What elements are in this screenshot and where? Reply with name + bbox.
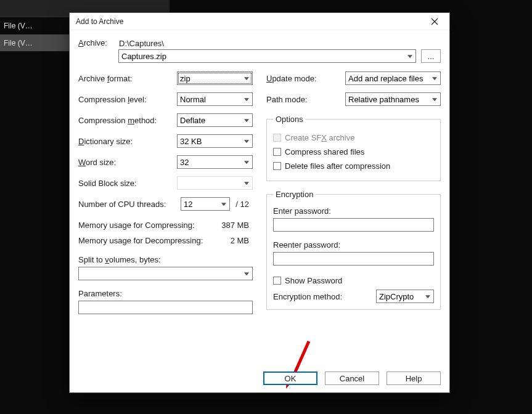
- options-group: Options Create SFX archive Compress shar…: [266, 115, 441, 181]
- solid-block-label: Solid Block size:: [78, 179, 177, 188]
- annotation-arrow: [284, 338, 315, 394]
- delete-after-label: Delete files after compression: [285, 161, 390, 171]
- archive-format-select[interactable]: zip: [177, 71, 253, 85]
- compression-method-select[interactable]: Deflate: [177, 113, 253, 127]
- ok-button[interactable]: OK: [263, 371, 317, 385]
- browse-button[interactable]: ...: [421, 49, 441, 63]
- compression-level-select[interactable]: Normal: [177, 92, 253, 106]
- path-mode-select[interactable]: Relative pathnames: [345, 92, 441, 106]
- path-mode-label: Path mode:: [266, 95, 345, 104]
- cpu-threads-total: / 12: [234, 200, 253, 209]
- word-size-select[interactable]: 32: [177, 155, 253, 169]
- split-volumes-input[interactable]: [78, 267, 253, 280]
- archive-format-label: Archive format:: [78, 74, 177, 83]
- enter-password-input[interactable]: [273, 218, 434, 232]
- create-sfx-checkbox: [273, 134, 281, 142]
- right-column: Update mode: Add and replace files Path …: [266, 71, 441, 323]
- archive-filename-input[interactable]: [118, 49, 416, 63]
- dialog-buttons: OK Cancel Help: [263, 371, 441, 385]
- left-column: Archive format: zip Compression level: N…: [78, 71, 253, 323]
- dictionary-size-label: Dictionary size:: [78, 137, 177, 146]
- dialog-body: Archive: D:\Captures\ ... Archive format…: [70, 30, 449, 392]
- help-button[interactable]: Help: [387, 371, 441, 385]
- close-icon: [431, 18, 438, 25]
- archive-path: D:\Captures\: [119, 38, 164, 48]
- reenter-password-label: Reenter password:: [273, 240, 434, 250]
- compression-method-label: Compression method:: [78, 116, 177, 125]
- solid-block-select: [177, 176, 253, 190]
- compression-level-label: Compression level:: [78, 95, 177, 104]
- compress-shared-checkbox[interactable]: [273, 148, 281, 156]
- compress-shared-label: Compress shared files: [285, 147, 364, 156]
- titlebar[interactable]: Add to Archive: [70, 13, 449, 30]
- word-size-label: Word size:: [78, 158, 177, 167]
- mem-decompress-value: 2 MB: [231, 236, 249, 245]
- parameters-label: Parameters:: [78, 289, 253, 298]
- encryption-method-select[interactable]: ZipCrypto: [376, 290, 434, 303]
- update-mode-select[interactable]: Add and replace files: [345, 71, 441, 85]
- mem-compress-label: Memory usage for Compressing:: [78, 221, 195, 230]
- delete-after-checkbox[interactable]: [273, 162, 281, 170]
- dialog-title: Add to Archive: [76, 17, 424, 26]
- reenter-password-input[interactable]: [273, 252, 434, 266]
- close-button[interactable]: [424, 14, 446, 29]
- dictionary-size-select[interactable]: 32 KB: [177, 134, 253, 148]
- options-legend: Options: [273, 115, 306, 124]
- create-sfx-label: Create SFX archive: [285, 133, 354, 142]
- parameters-input[interactable]: [78, 301, 253, 314]
- add-to-archive-dialog: Add to Archive Archive: D:\Captures\ ...…: [69, 12, 450, 393]
- encryption-group: Encryption Enter password: Reenter passw…: [266, 190, 441, 310]
- cpu-threads-label: Number of CPU threads:: [78, 200, 177, 209]
- cpu-threads-select[interactable]: 12: [181, 197, 230, 211]
- encryption-method-label: Encryption method:: [273, 292, 371, 301]
- mem-compress-value: 387 MB: [221, 221, 249, 230]
- update-mode-label: Update mode:: [266, 74, 345, 83]
- show-password-label: Show Password: [285, 276, 342, 285]
- show-password-checkbox[interactable]: [273, 277, 281, 285]
- archive-label: Archive:: [78, 38, 113, 47]
- enter-password-label: Enter password:: [273, 206, 434, 216]
- mem-decompress-label: Memory usage for Decompressing:: [78, 236, 203, 245]
- encryption-legend: Encryption: [273, 190, 316, 199]
- split-volumes-label: Split to volumes, bytes:: [78, 255, 253, 264]
- cancel-button[interactable]: Cancel: [325, 371, 379, 385]
